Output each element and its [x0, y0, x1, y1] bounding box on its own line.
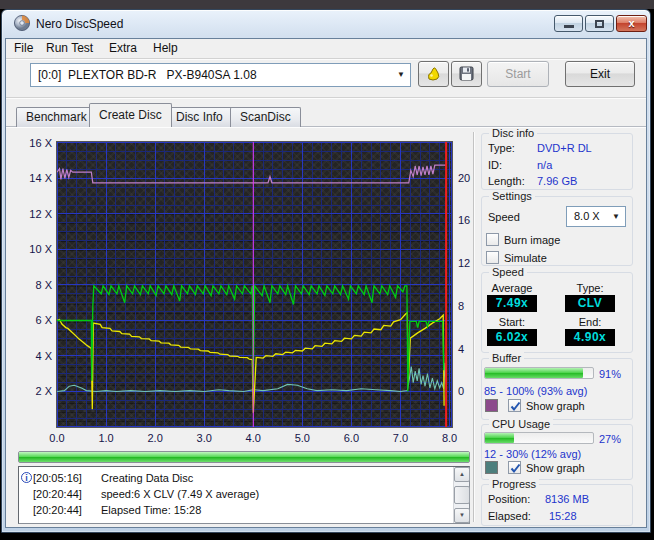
drive-select-value: [0:0] PLEXTOR BD-R PX-B940SA 1.08 [38, 68, 257, 82]
desktop-edge [0, 0, 654, 9]
toolbar-separator [6, 97, 646, 99]
scrollbar-thumb[interactable] [454, 486, 470, 504]
window-title: Nero DiscSpeed [36, 17, 123, 31]
app-disc-icon [13, 14, 31, 32]
status-log[interactable]: i [20:05:16] Creating Data Disc [20:20:4… [18, 466, 470, 524]
menu-extra[interactable]: Extra [105, 40, 141, 57]
speed-select[interactable]: 8.0 X ▼ [566, 206, 626, 227]
log-message: Elapsed Time: 15:28 [101, 502, 201, 518]
speed-average-display: 7.49x [487, 295, 537, 312]
minimize-button[interactable] [554, 15, 583, 32]
chart-frame [56, 141, 453, 428]
simulate-label: Simulate [504, 252, 547, 264]
menu-file[interactable]: File [10, 40, 37, 57]
log-message: Creating Data Disc [101, 470, 193, 486]
speed-type-display: CLV [565, 295, 615, 312]
position-value: 8136 MB [545, 493, 589, 505]
hand-icon [426, 66, 442, 82]
log-scrollbar[interactable]: ▲ ▼ [453, 467, 469, 523]
speed-select-value: 8.0 X [574, 210, 600, 222]
disc-type-value: DVD+R DL [537, 142, 592, 154]
disc-type-label: Type: [488, 142, 515, 154]
buffer-range: 85 - 100% (93% avg) [484, 385, 587, 397]
series-buffer-level [57, 165, 446, 183]
disc-length-value: 7.96 GB [537, 175, 577, 187]
group-title: CPU Usage [489, 418, 553, 430]
panel-separator [473, 132, 475, 522]
drive-select[interactable]: [0:0] PLEXTOR BD-R PX-B940SA 1.08 ▼ [30, 63, 411, 87]
log-row: [20:20:44] speed:6 X CLV (7.49 X average… [19, 486, 449, 502]
total-progress-fill [19, 452, 469, 462]
group-title: Progress [489, 478, 539, 490]
speed-start-display: 6.02x [487, 329, 537, 346]
elapsed-label: Elapsed: [488, 510, 531, 522]
tab-scandisc[interactable]: ScanDisc [230, 107, 301, 127]
maximize-button[interactable] [585, 15, 614, 32]
position-label: Position: [488, 493, 530, 505]
group-title: Buffer [489, 352, 524, 364]
menu-run-test[interactable]: Run Test [42, 40, 97, 57]
chevron-down-icon: ▼ [397, 70, 405, 79]
total-progress-bar [18, 451, 470, 463]
speed-start-label: Start: [486, 316, 538, 328]
buffer-progress-bar [484, 367, 594, 379]
cpu-progress-bar [484, 432, 594, 444]
log-row: [20:20:44] Elapsed Time: 15:28 [19, 502, 449, 518]
burn-image-checkbox[interactable] [486, 233, 499, 246]
cpu-color-swatch [485, 461, 498, 474]
chevron-down-icon: ▼ [612, 212, 620, 221]
simulate-checkbox[interactable] [486, 251, 499, 264]
burn-image-label: Burn image [504, 234, 560, 246]
create-disc-plot [57, 142, 452, 427]
screen: Nero DiscSpeed x File Run Test Extra Hel… [0, 0, 654, 540]
speed-average-label: Average [486, 282, 538, 294]
disc-length-label: Length: [488, 175, 525, 187]
start-button[interactable]: Start [487, 61, 549, 87]
disc-id-label: ID: [488, 159, 502, 171]
log-time: [20:20:44] [33, 502, 95, 518]
floppy-icon [459, 66, 474, 81]
close-icon: x [628, 17, 634, 29]
info-icon: i [21, 472, 32, 483]
minimize-icon [564, 25, 574, 28]
tab-create-disc[interactable]: Create Disc [89, 103, 172, 127]
tab-disc-info[interactable]: Disc Info [166, 107, 233, 127]
save-button[interactable] [451, 61, 482, 87]
speed-end-display: 4.90x [565, 329, 615, 346]
burn-options-button[interactable] [418, 61, 449, 87]
buffer-show-graph-checkbox[interactable] [508, 399, 521, 412]
cpu-show-graph-checkbox[interactable] [508, 461, 521, 474]
scroll-down-button[interactable]: ▼ [454, 508, 470, 523]
scroll-up-button[interactable]: ▲ [454, 467, 470, 482]
buffer-color-swatch [485, 399, 498, 412]
group-title: Disc info [489, 127, 537, 139]
group-title: Settings [489, 190, 535, 202]
cpu-progress-fill [485, 433, 514, 443]
exit-button[interactable]: Exit [565, 61, 635, 87]
series-rotation-speed [57, 313, 444, 413]
buffer-percent: 91% [599, 368, 621, 380]
menu-help[interactable]: Help [149, 40, 182, 57]
series-cpu-usage [57, 363, 446, 391]
buffer-show-graph-label: Show graph [526, 400, 585, 412]
tab-benchmark[interactable]: Benchmark [16, 107, 97, 127]
disc-id-value: n/a [537, 159, 552, 171]
log-time: [20:05:16] [33, 470, 95, 486]
buffer-progress-fill [485, 368, 583, 378]
log-time: [20:20:44] [33, 486, 95, 502]
speed-select-label: Speed [488, 211, 520, 223]
speed-end-label: End: [564, 316, 616, 328]
maximize-icon [595, 20, 604, 28]
cpu-show-graph-label: Show graph [526, 462, 585, 474]
cpu-range: 12 - 30% (12% avg) [484, 448, 581, 460]
log-message: speed:6 X CLV (7.49 X average) [101, 486, 259, 502]
cpu-percent: 27% [599, 433, 621, 445]
elapsed-value: 15:28 [549, 510, 577, 522]
menu-separator [6, 58, 646, 60]
group-title: Speed [489, 266, 527, 278]
speed-type-label: Type: [564, 282, 616, 294]
log-row: i [20:05:16] Creating Data Disc [19, 470, 449, 486]
close-button[interactable]: x [616, 15, 647, 32]
